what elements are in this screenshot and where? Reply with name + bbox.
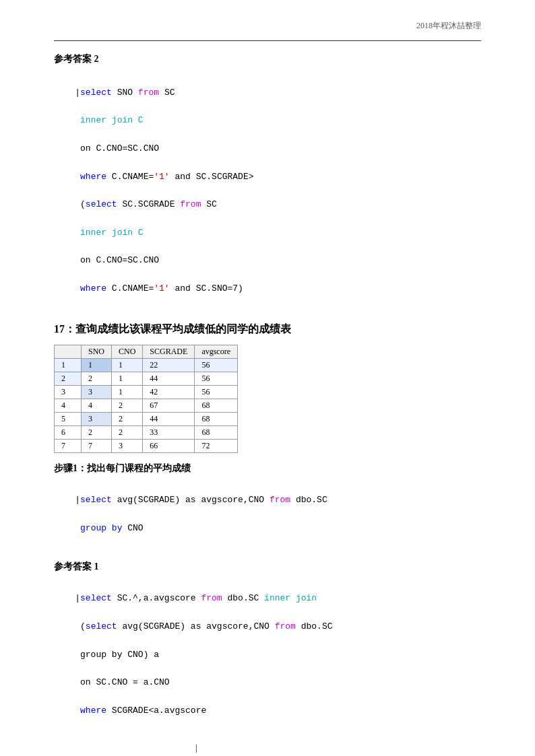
cell-sno: 4 xyxy=(82,399,112,412)
text-cursor: | xyxy=(195,743,481,753)
table-row: 3 3 1 42 56 xyxy=(55,385,238,399)
table-col-avgscore: avgscore xyxy=(195,345,238,358)
table-row: 5 3 2 44 68 xyxy=(55,412,238,425)
code-block-2: |select avg(SCGRADE) as avgscore,CNO fro… xyxy=(54,480,481,550)
cell-scgrade: 42 xyxy=(143,385,195,399)
cell-scgrade: 44 xyxy=(143,372,195,385)
table-col-rownum xyxy=(55,345,82,358)
cell-sno: 2 xyxy=(82,372,112,385)
cell-scgrade: 22 xyxy=(143,358,195,372)
cell-avgscore: 68 xyxy=(195,425,238,439)
cell-sno: 7 xyxy=(82,439,112,452)
cell-avgscore: 56 xyxy=(195,358,238,372)
page: 2018年程沐喆整理 参考答案 2 |select SNO from SC in… xyxy=(0,0,535,756)
table-17: SNO CNO SCGRADE avgscore 1 1 1 22 56 2 2… xyxy=(54,345,238,453)
cell-avgscore: 72 xyxy=(195,439,238,452)
row-num: 6 xyxy=(55,425,82,439)
top-divider xyxy=(54,40,481,41)
table-col-sno: SNO xyxy=(82,345,112,358)
cell-scgrade: 44 xyxy=(143,412,195,425)
cell-cno: 1 xyxy=(112,372,143,385)
cell-sno: 2 xyxy=(82,425,112,439)
cell-avgscore: 68 xyxy=(195,412,238,425)
cell-scgrade: 66 xyxy=(143,439,195,452)
ref1-title: 参考答案 1 xyxy=(54,561,481,573)
cell-sno: 3 xyxy=(82,385,112,399)
cell-scgrade: 33 xyxy=(143,425,195,439)
row-num: 4 xyxy=(55,399,82,412)
code-block-1: |select SNO from SC inner join C on C.CN… xyxy=(54,72,481,310)
cell-cno: 2 xyxy=(112,399,143,412)
row-num: 1 xyxy=(55,358,82,372)
heading-17: 17：查询成绩比该课程平均成绩低的同学的成绩表 xyxy=(54,322,481,337)
table-row: 2 2 1 44 56 xyxy=(55,372,238,385)
cell-sno: 1 xyxy=(82,358,112,372)
step1-title: 步骤1：找出每门课程的平均成绩 xyxy=(54,462,481,475)
code-block-3: |select SC.^,a.avgscore from dbo.SC inne… xyxy=(54,578,481,732)
table-col-scgrade: SCGRADE xyxy=(143,345,195,358)
ref2-title: 参考答案 2 xyxy=(54,53,481,65)
row-num: 2 xyxy=(55,372,82,385)
cell-scgrade: 67 xyxy=(143,399,195,412)
table-row: 6 2 2 33 68 xyxy=(55,425,238,439)
table-col-cno: CNO xyxy=(112,345,143,358)
row-num: 5 xyxy=(55,412,82,425)
cell-cno: 1 xyxy=(112,385,143,399)
table-row: 7 7 3 66 72 xyxy=(55,439,238,452)
row-num: 3 xyxy=(55,385,82,399)
cell-sno: 3 xyxy=(82,412,112,425)
table-row: 1 1 1 22 56 xyxy=(55,358,238,372)
cell-avgscore: 56 xyxy=(195,372,238,385)
cell-cno: 2 xyxy=(112,425,143,439)
header-text: 2018年程沐喆整理 xyxy=(416,20,481,32)
cell-cno: 2 xyxy=(112,412,143,425)
cell-avgscore: 56 xyxy=(195,385,238,399)
row-num: 7 xyxy=(55,439,82,452)
table-row: 4 4 2 67 68 xyxy=(55,399,238,412)
cell-avgscore: 68 xyxy=(195,399,238,412)
cell-cno: 1 xyxy=(112,358,143,372)
cell-cno: 3 xyxy=(112,439,143,452)
